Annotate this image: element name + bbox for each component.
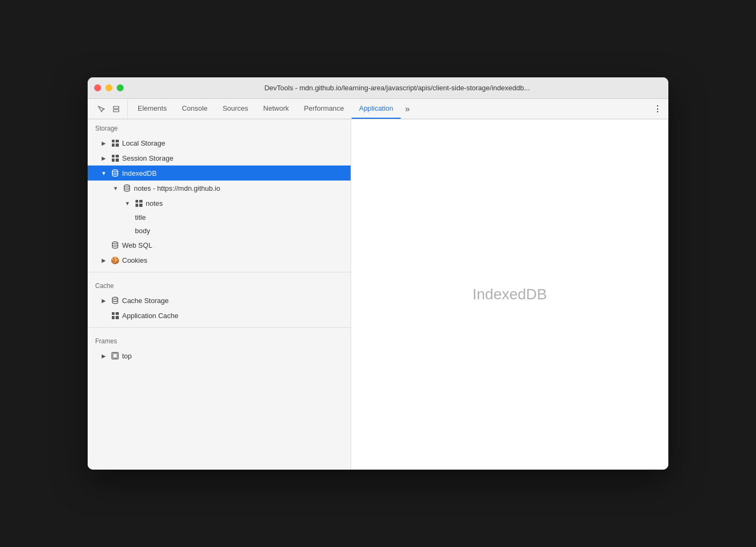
indexeddb-label: IndexedDB [122,169,346,177]
svg-point-4 [112,242,118,244]
minimize-button[interactable] [105,84,112,91]
svg-rect-0 [113,106,119,109]
sidebar-item-app-cache[interactable]: ▶ Application Cache [88,308,351,323]
main-panel: IndexedDB [351,119,668,470]
tab-console[interactable]: Console [174,99,215,119]
grid-icon-notes [134,198,144,208]
sidebar: Storage ▶ Local Storage ▶ [88,119,351,470]
expand-arrow-cache-icon: ▶ [99,296,108,305]
sidebar-item-notes-db[interactable]: ▼ notes - https://mdn.github.io [88,181,351,196]
expand-arrow-indexeddb-icon: ▼ [99,169,108,177]
sidebar-item-session-storage[interactable]: ▶ Session Storage [88,150,351,165]
traffic-lights [94,84,124,91]
sidebar-item-websql[interactable]: ▶ Web SQL [88,237,351,253]
sidebar-item-title[interactable]: title [88,211,351,224]
title-bar: DevTools - mdn.github.io/learning-area/j… [88,77,668,99]
websql-label: Web SQL [122,241,346,249]
grid-icon-local-storage [110,138,120,148]
svg-point-5 [112,297,118,299]
cursor-icon-btn[interactable] [94,102,108,116]
tab-bar-icons [90,99,128,119]
sidebar-item-body[interactable]: body [88,224,351,237]
tab-more-button[interactable]: » [401,99,414,119]
layers-icon [112,105,120,113]
local-storage-label: Local Storage [122,139,346,147]
frames-section-header: Frames [88,332,351,348]
grid-icon-session-storage [110,153,120,163]
sidebar-item-cookies[interactable]: ▶ 🍪 Cookies [88,253,351,268]
divider-2 [88,327,351,328]
tab-sources[interactable]: Sources [215,99,256,119]
cursor-icon [97,105,105,113]
svg-point-3 [124,185,130,187]
sidebar-item-top[interactable]: ▶ top [88,348,351,363]
sidebar-item-notes-store[interactable]: ▼ notes [88,196,351,211]
tab-application[interactable]: Application [352,99,401,119]
app-cache-label: Application Cache [122,312,346,320]
tab-performance[interactable]: Performance [296,99,351,119]
expand-arrow-icon: ▶ [99,154,108,162]
devtools-window: DevTools - mdn.github.io/learning-area/j… [88,77,668,470]
top-label: top [122,352,346,360]
sidebar-item-local-storage[interactable]: ▶ Local Storage [88,135,351,150]
cache-section-header: Cache [88,277,351,293]
expand-arrow-top-icon: ▶ [99,351,108,360]
session-storage-label: Session Storage [122,154,346,162]
db-icon-cache [110,296,120,305]
svg-point-2 [112,170,118,172]
divider-1 [88,272,351,272]
tab-menu-button[interactable]: ⋮ [647,99,668,119]
db-icon-notes [122,183,132,193]
expand-arrow-cookies-icon: ▶ [99,256,108,264]
db-icon-websql [110,240,120,250]
cookies-label: Cookies [122,256,346,264]
svg-rect-7 [113,354,117,358]
cache-storage-label: Cache Storage [122,297,346,305]
expand-arrow-icon: ▶ [99,139,108,147]
close-button[interactable] [94,84,101,91]
maximize-button[interactable] [117,84,124,91]
title-label: title [135,213,346,221]
window-title: DevTools - mdn.github.io/learning-area/j… [132,84,662,92]
cookie-icon: 🍪 [110,255,120,265]
storage-section-header: Storage [88,119,351,135]
expand-arrow-notesdb-icon: ▼ [111,184,120,192]
notes-store-label: notes [146,199,346,207]
tab-network[interactable]: Network [256,99,297,119]
sidebar-item-indexeddb[interactable]: ▼ IndexedDB [88,165,351,181]
sidebar-item-cache-storage[interactable]: ▶ Cache Storage [88,293,351,308]
body-label: body [135,227,346,235]
frame-icon [110,351,120,361]
expand-arrow-notes-icon: ▼ [123,199,132,207]
panel-placeholder: IndexedDB [473,286,547,303]
db-icon-indexeddb [110,168,120,178]
tab-bar: Elements Console Sources Network Perform… [88,99,668,119]
notes-db-label: notes - https://mdn.github.io [134,184,346,192]
layers-icon-btn[interactable] [109,102,123,116]
grid-icon-app-cache [110,311,120,320]
main-area: Storage ▶ Local Storage ▶ [88,119,668,470]
tab-elements[interactable]: Elements [130,99,174,119]
svg-rect-1 [113,110,119,112]
